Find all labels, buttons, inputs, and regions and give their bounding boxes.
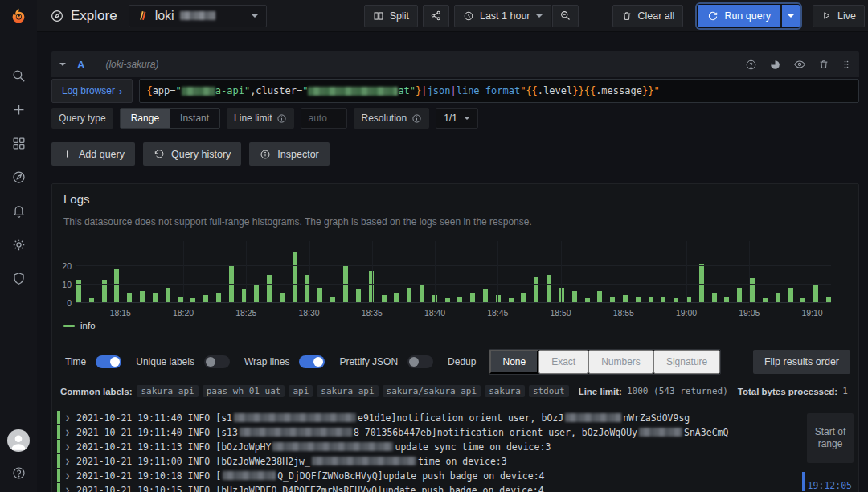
query-drag-handle-icon[interactable] [841,59,851,70]
grafana-logo[interactable] [0,0,37,32]
share-button[interactable] [423,5,449,27]
log-browser-button[interactable]: Log browser › [51,79,133,103]
log-row[interactable]: ❯2021-10-21 19:11:13 INFO[bOzJoWpHYupdat… [57,440,800,453]
unique-labels-toggle[interactable] [204,355,230,368]
add-query-button[interactable]: Add query [51,142,135,166]
run-query-button[interactable]: Run query [698,5,780,27]
histogram-bar [89,298,94,302]
histogram-bar [114,269,119,302]
collapse-chevron-icon[interactable] [59,63,66,66]
histogram-bar [610,297,615,302]
plot-area [76,241,831,303]
line-limit-input[interactable]: auto [301,108,347,129]
dedup-option-none[interactable]: None [489,350,538,374]
histogram-bar [776,293,780,303]
query-ref-id[interactable]: A [77,59,84,71]
query-help-icon[interactable] [745,59,757,71]
split-button[interactable]: Split [364,5,418,27]
datasource-picker[interactable]: loki [129,5,267,27]
alerting-bell-icon[interactable] [10,203,27,219]
zoom-out-time-button[interactable] [552,5,579,27]
x-axis-tick-label: 18:40 [424,308,445,318]
gridline-vertical [372,241,373,303]
wrap-lines-toggle-label: Wrap lines [244,356,289,367]
query-type-instant-option[interactable]: Instant [170,109,219,128]
server-admin-shield-icon[interactable] [10,270,27,286]
histogram-bar [763,298,768,302]
left-sidebar [0,32,37,492]
histogram-bar [317,288,322,302]
dedup-option-exact[interactable]: Exact [538,350,588,374]
histogram-bar [420,284,424,302]
configuration-gear-icon[interactable] [10,236,27,252]
top-navbar: Explore loki Split [0,0,868,32]
x-axis-tick-label: 19:05 [739,308,760,318]
histogram-bar [572,291,577,302]
expand-chevron-icon: ❯ [65,471,70,480]
query-disable-eye-icon[interactable] [793,58,806,71]
log-row[interactable]: ❯2021-10-21 19:10:15 INFO[bUzJoWPDEO_D4P… [57,483,800,492]
query-token: {{ [584,85,596,96]
dashboards-icon[interactable] [10,135,27,151]
histogram-bar [712,293,717,303]
histogram-bar [826,297,831,302]
time-toggle-label: Time [65,356,86,367]
log-text-redacted [272,442,393,451]
log-text: e91d1e]notification orient user, bOzJ [358,412,563,424]
dedup-option-signature[interactable]: Signature [653,350,720,374]
histogram-bar [369,271,374,302]
common-labels-label: Common labels: [60,387,132,396]
log-row[interactable]: ❯2021-10-21 19:11:40 INFO[s1e91d1e]notif… [57,411,800,424]
log-row[interactable]: ❯2021-10-21 19:10:18 INFO[Q_DjDQFfZWNoBc… [57,469,800,482]
x-axis-tick-label: 18:45 [487,308,508,318]
histogram-bar [597,291,602,302]
histogram-bar [547,275,551,303]
create-plus-icon[interactable] [10,101,27,117]
logs-panel: Logs This datasource does not support fu… [51,183,859,492]
resolution-select[interactable]: 1/1 [436,108,478,129]
query-token: " [302,85,308,96]
log-timestamp: 2021-10-21 19:11:40 INFO [76,412,210,424]
dedup-label: Dedup [448,356,476,367]
run-query-dropdown-button[interactable] [782,5,800,27]
user-avatar[interactable] [7,429,30,452]
flip-results-order-button[interactable]: Flip results order [753,350,850,374]
logs-meta-row: Common labels: sakura-apipaas-wh-01-uata… [60,385,850,397]
start-of-range-button[interactable]: Start of range [807,413,854,463]
compass-icon [50,9,64,23]
split-label: Split [390,10,409,22]
help-icon[interactable] [10,465,27,481]
clear-all-button[interactable]: Clear all [612,5,684,27]
query-history-button[interactable]: Query history [143,142,241,166]
log-browser-label: Log browser [62,85,115,96]
gridline-vertical [246,241,247,303]
query-delete-trash-icon[interactable] [818,59,829,70]
prettify-json-toggle-label: Prettify JSON [339,356,398,367]
time-toggle[interactable] [96,355,121,368]
dedup-option-numbers[interactable]: Numbers [588,350,653,374]
log-row[interactable]: ❯2021-10-21 19:11:40 INFO[s138-701356b44… [57,425,800,439]
legend-label-info[interactable]: info [80,321,96,330]
query-type-range-option[interactable]: Range [121,109,170,128]
share-icon [430,10,442,22]
inspector-button[interactable]: Inspector [249,142,329,166]
gridline-vertical [183,241,184,303]
logql-query-input[interactable]: {app="a-api",cluster="at"} | json | line… [139,79,859,103]
time-range-picker[interactable]: Last 1 hour [454,5,551,27]
query-history-icon[interactable] [769,59,781,71]
live-position-bar [802,472,805,491]
live-position-time: 19:12:05 [808,480,852,491]
live-tail-button[interactable]: Live [813,5,865,27]
chevron-down-icon [464,117,470,120]
logs-controls-row: Time Unique labels Wrap lines Prettify J… [60,348,850,375]
search-icon[interactable] [10,68,27,84]
log-row[interactable]: ❯2021-10-21 19:11:00 INFO[bOzJoWWe238H2j… [57,454,800,468]
add-query-label: Add query [79,149,125,160]
histogram-bar [293,252,297,302]
log-timestamp: 2021-10-21 19:11:00 INFO [76,456,210,467]
prettify-json-toggle[interactable] [407,355,433,368]
explore-compass-icon[interactable] [10,169,27,185]
x-axis-tick-label: 19:00 [676,308,697,318]
wrap-lines-toggle[interactable] [299,355,325,368]
datasource-name-redacted [180,11,215,20]
